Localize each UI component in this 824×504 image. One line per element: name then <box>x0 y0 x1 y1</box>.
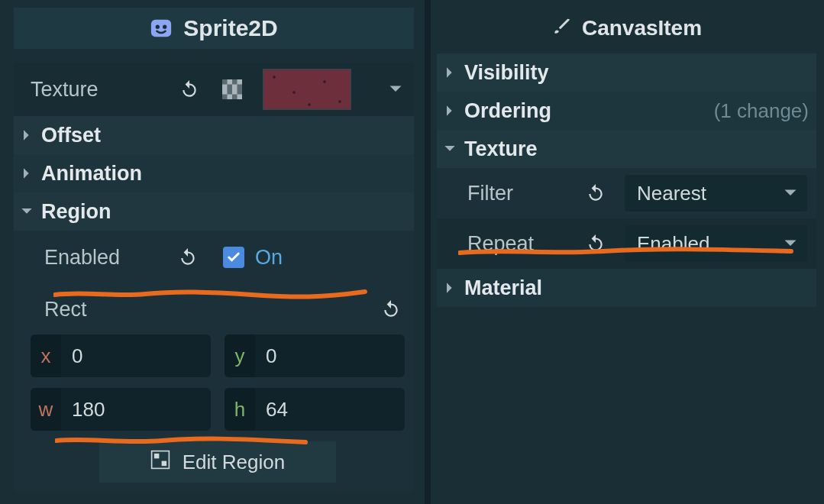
svg-rect-10 <box>222 95 228 100</box>
property-filter: Filter Nearest <box>437 168 816 218</box>
section-animation[interactable]: Animation <box>14 154 414 192</box>
chevron-down-icon <box>20 205 34 218</box>
button-label: Edit Region <box>183 451 285 474</box>
rect-h-input[interactable]: h64 <box>225 388 405 431</box>
inspector-panel-sprite2d: Sprite2D Texture Offset Animation Reg <box>0 0 425 504</box>
svg-rect-5 <box>232 79 238 85</box>
svg-rect-4 <box>222 79 228 85</box>
section-label: Texture <box>464 137 538 161</box>
chevron-right-icon <box>20 129 34 141</box>
chevron-down-icon[interactable] <box>386 80 405 99</box>
section-material[interactable]: Material <box>437 269 816 307</box>
svg-rect-13 <box>154 453 160 458</box>
section-visibility[interactable]: Visibility <box>437 53 816 92</box>
revert-icon[interactable] <box>176 76 203 103</box>
svg-point-2 <box>163 25 166 29</box>
checkbox-region-enabled[interactable] <box>223 247 244 268</box>
change-count: (1 change) <box>714 99 809 123</box>
repeat-select[interactable]: Enabled <box>625 225 807 262</box>
select-value: Enabled <box>637 232 709 256</box>
property-region-enabled: Enabled On <box>14 231 414 284</box>
sprite2d-icon <box>150 17 173 40</box>
grid-icon <box>150 450 170 475</box>
axis-label-w: w <box>31 388 61 431</box>
chevron-down-icon <box>781 184 800 202</box>
revert-icon[interactable] <box>174 244 202 271</box>
section-label: Visibility <box>464 61 549 85</box>
section-ordering[interactable]: Ordering (1 change) <box>437 92 816 130</box>
checkbox-label: On <box>255 246 283 270</box>
section-label: Region <box>41 200 111 224</box>
inspector-panel-canvasitem: CanvasItem Visibility Ordering (1 change… <box>431 0 824 504</box>
filter-select[interactable]: Nearest <box>625 175 807 212</box>
property-texture: Texture <box>14 63 414 116</box>
panel-divider[interactable] <box>425 0 431 504</box>
chevron-right-icon <box>443 66 457 79</box>
axis-label-h: h <box>225 388 255 431</box>
class-header-canvasitem[interactable]: CanvasItem <box>437 8 816 49</box>
property-region-rect: Rect x0 y0 w180 h64 Edit Region <box>14 284 414 492</box>
node-title: Sprite2D <box>183 15 277 41</box>
section-texture[interactable]: Texture <box>437 130 816 168</box>
section-label: Offset <box>41 124 101 147</box>
property-label: Rect <box>44 298 87 321</box>
section-region[interactable]: Region <box>14 192 414 231</box>
axis-label-x: x <box>31 334 61 377</box>
svg-rect-6 <box>228 89 233 95</box>
section-offset[interactable]: Offset <box>14 116 414 154</box>
svg-rect-14 <box>161 460 166 466</box>
edit-region-button[interactable]: Edit Region <box>99 441 336 483</box>
node-header-sprite2d[interactable]: Sprite2D <box>14 8 414 49</box>
rect-y-input[interactable]: y0 <box>225 334 405 377</box>
svg-point-1 <box>156 25 160 29</box>
chevron-down-icon <box>443 143 457 155</box>
svg-rect-8 <box>228 85 233 90</box>
section-label: Animation <box>41 162 142 186</box>
svg-rect-11 <box>232 95 238 100</box>
rect-x-value: 0 <box>61 344 211 368</box>
revert-icon[interactable] <box>582 230 609 257</box>
property-label: Filter <box>467 182 582 205</box>
property-label: Enabled <box>44 246 174 270</box>
rect-x-input[interactable]: x0 <box>31 334 211 377</box>
chevron-right-icon <box>20 167 34 179</box>
axis-label-y: y <box>225 334 255 377</box>
rect-h-value: 64 <box>255 398 405 422</box>
brush-icon <box>551 16 571 41</box>
property-label: Repeat <box>467 232 582 256</box>
svg-rect-0 <box>151 20 171 37</box>
svg-rect-9 <box>238 85 243 90</box>
chevron-down-icon <box>781 234 800 253</box>
chevron-right-icon <box>443 105 457 117</box>
class-title: CanvasItem <box>582 16 702 40</box>
rect-w-value: 180 <box>61 398 211 422</box>
select-value: Nearest <box>637 182 706 205</box>
property-label: Texture <box>31 78 176 102</box>
rect-w-input[interactable]: w180 <box>31 388 211 431</box>
texture-preview-icon[interactable] <box>218 76 246 103</box>
section-label: Material <box>464 276 542 300</box>
revert-icon[interactable] <box>582 179 609 207</box>
revert-icon[interactable] <box>377 296 405 323</box>
svg-rect-7 <box>238 89 243 95</box>
chevron-right-icon <box>443 282 457 294</box>
rect-y-value: 0 <box>255 344 405 368</box>
texture-thumbnail[interactable] <box>263 69 351 110</box>
property-repeat: Repeat Enabled <box>437 218 816 269</box>
section-label: Ordering <box>464 99 551 123</box>
